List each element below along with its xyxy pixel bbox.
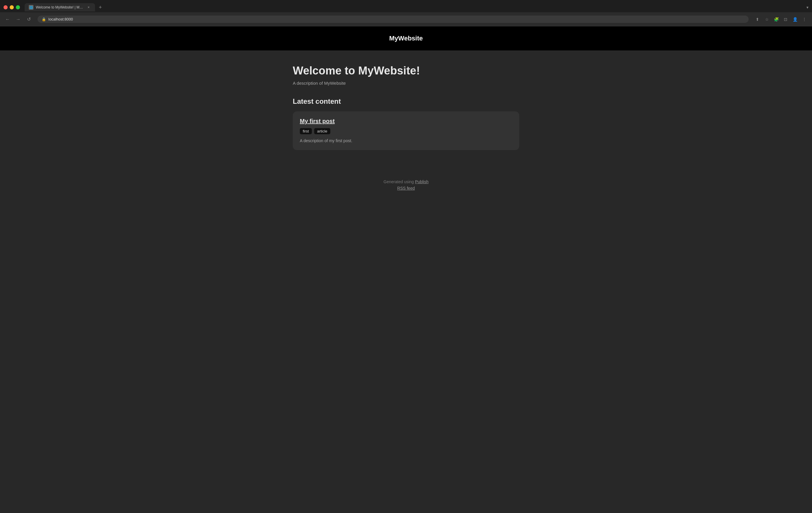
browser-chrome: 🌐 Welcome to MyWebsite! | MyW × + ▾ ← → … (0, 0, 812, 26)
footer-generated-text: Generated using (383, 179, 414, 184)
address-bar[interactable]: 🔒 localhost:8000 (37, 16, 749, 23)
post-tag-article: article (314, 128, 330, 134)
extensions-button[interactable]: 🧩 (772, 15, 780, 24)
bookmark-button[interactable]: ☆ (763, 15, 771, 24)
post-tags: first article (300, 128, 512, 134)
profile-button[interactable]: 👤 (791, 15, 799, 24)
tab-title: Welcome to MyWebsite! | MyW (36, 5, 84, 9)
traffic-lights (3, 5, 20, 9)
tab-close-button[interactable]: × (86, 5, 91, 10)
forward-button[interactable]: → (14, 15, 22, 24)
share-button[interactable]: ⬆ (753, 15, 761, 24)
site-footer: Generated using Publish RSS feed (0, 174, 812, 197)
tab-bar: 🌐 Welcome to MyWebsite! | MyW × + ▾ (0, 0, 812, 12)
traffic-light-maximize[interactable] (16, 5, 20, 9)
page-wrapper: MyWebsite Welcome to MyWebsite! A descri… (0, 26, 812, 513)
new-tab-button[interactable]: + (96, 3, 105, 11)
page-description: A description of MyWebsite (293, 81, 519, 86)
menu-button[interactable]: ⋮ (800, 15, 809, 24)
site-name: MyWebsite (6, 35, 806, 42)
back-button[interactable]: ← (3, 15, 12, 24)
post-excerpt: A description of my first post. (300, 139, 512, 143)
url-display: localhost:8000 (49, 17, 745, 21)
traffic-light-close[interactable] (3, 5, 8, 9)
footer-generated-line: Generated using Publish (6, 179, 806, 184)
post-card: My first post first article A descriptio… (293, 111, 519, 150)
tab-favicon: 🌐 (29, 5, 33, 10)
footer-publish-link[interactable]: Publish (415, 179, 429, 184)
footer-rss-line: RSS feed (6, 186, 806, 190)
browser-toolbar: ← → ↺ 🔒 localhost:8000 ⬆ ☆ 🧩 ⊡ 👤 ⋮ (0, 12, 812, 26)
reload-button[interactable]: ↺ (25, 15, 33, 24)
tab-chevron-icon[interactable]: ▾ (806, 5, 809, 10)
traffic-light-minimize[interactable] (10, 5, 14, 9)
post-title-link[interactable]: My first post (300, 118, 335, 125)
post-tag-first: first (300, 128, 312, 134)
footer-rss-link[interactable]: RSS feed (397, 186, 415, 190)
lock-icon: 🔒 (42, 17, 46, 21)
split-view-button[interactable]: ⊡ (782, 15, 790, 24)
toolbar-actions: ⬆ ☆ 🧩 ⊡ 👤 ⋮ (753, 15, 809, 24)
page-title: Welcome to MyWebsite! (293, 64, 519, 77)
site-header: MyWebsite (0, 26, 812, 51)
active-tab[interactable]: 🌐 Welcome to MyWebsite! | MyW × (25, 3, 95, 11)
latest-content-heading: Latest content (293, 97, 519, 105)
main-content: Welcome to MyWebsite! A description of M… (286, 51, 526, 174)
